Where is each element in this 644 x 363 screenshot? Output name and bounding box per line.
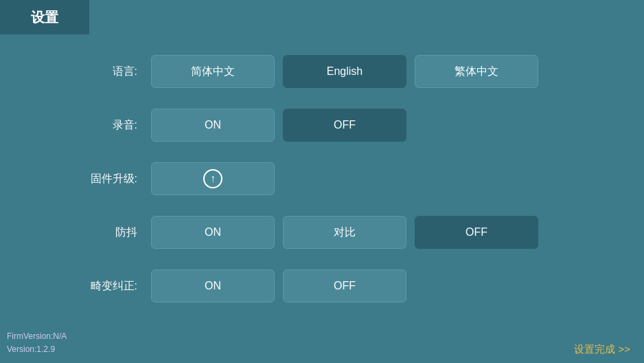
language-btn-group: 简体中文 English 繁体中文: [151, 55, 538, 88]
stabilization-btn-compare[interactable]: 对比: [283, 216, 406, 249]
recording-row: 录音: ON OFF: [69, 109, 575, 142]
language-btn-english[interactable]: English: [283, 55, 406, 88]
distortion-btn-on[interactable]: ON: [151, 270, 275, 302]
upload-icon: ↑: [203, 169, 222, 188]
distortion-label: 畸变纠正:: [69, 279, 151, 294]
recording-label: 录音:: [69, 118, 151, 133]
recording-btn-on[interactable]: ON: [151, 109, 275, 142]
stabilization-row: 防抖 ON 对比 OFF: [69, 216, 575, 249]
distortion-row: 畸变纠正: ON OFF: [69, 270, 575, 302]
language-btn-traditional[interactable]: 繁体中文: [415, 55, 538, 88]
stabilization-btn-off[interactable]: OFF: [415, 216, 538, 249]
complete-button[interactable]: 设置完成 >>: [574, 343, 630, 356]
language-row: 语言: 简体中文 English 繁体中文: [69, 55, 575, 88]
stabilization-btn-on[interactable]: ON: [151, 216, 275, 249]
stabilization-btn-group: ON 对比 OFF: [151, 216, 538, 249]
firmware-label: 固件升级:: [69, 172, 151, 186]
app-version: Version:1.2.9: [7, 343, 67, 356]
firmware-upload-btn[interactable]: ↑: [151, 162, 275, 195]
recording-btn-group: ON OFF: [151, 109, 406, 142]
language-label: 语言:: [69, 65, 151, 79]
firmware-btn-group: ↑: [151, 162, 275, 195]
stabilization-label: 防抖: [69, 226, 151, 240]
footer: FirmVersion:N/A Version:1.2.9: [7, 330, 67, 356]
language-btn-simplified[interactable]: 简体中文: [151, 55, 275, 88]
firmware-row: 固件升级: ↑: [69, 162, 575, 195]
distortion-btn-off[interactable]: OFF: [283, 270, 406, 302]
recording-btn-off[interactable]: OFF: [283, 109, 406, 142]
distortion-btn-group: ON OFF: [151, 270, 406, 302]
header: 设置: [0, 0, 89, 34]
main-content: 语言: 简体中文 English 繁体中文 录音: ON OFF 固件升级: ↑…: [0, 34, 644, 344]
page-title: 设置: [31, 8, 58, 27]
firm-version: FirmVersion:N/A: [7, 330, 67, 343]
